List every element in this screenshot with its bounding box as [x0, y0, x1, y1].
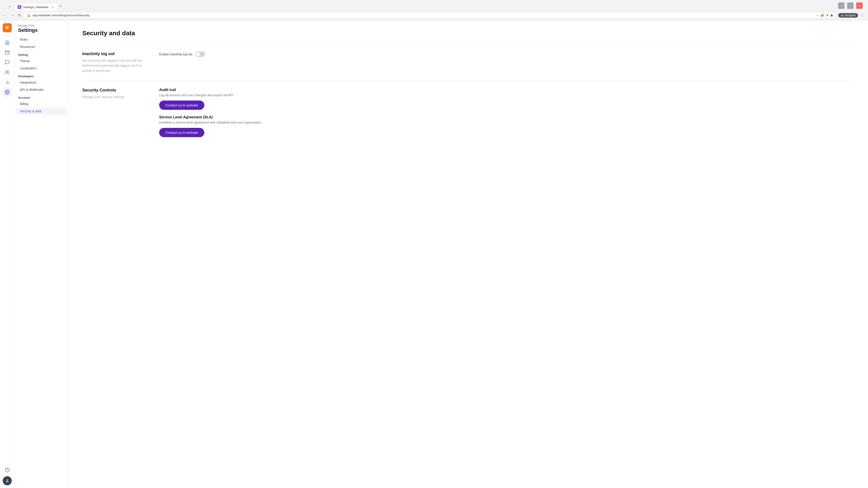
inactivity-toggle[interactable]	[195, 52, 205, 57]
svg-rect-0	[5, 51, 9, 55]
sidebar-section-developers: Developers	[14, 72, 68, 79]
sidebar-item-localization[interactable]: Localization	[16, 65, 67, 72]
browser-menu-btn[interactable]: ⋮	[860, 12, 865, 18]
audit-trail-activate-btn[interactable]: Contact us to activate	[159, 101, 204, 110]
app: M Moodjoy7434	[0, 21, 868, 488]
layout-icon[interactable]: ▣	[830, 13, 833, 17]
reload-btn[interactable]: ↻	[17, 12, 22, 18]
security-description: Security Controls Manage your security s…	[82, 88, 150, 137]
forward-btn[interactable]: →	[10, 12, 16, 18]
inactivity-toggle-label: Enable inactivity log out	[159, 53, 192, 56]
inactivity-description: Inactivity log out Set how long the logg…	[82, 52, 150, 73]
sidebar-item-security[interactable]: Security & data	[16, 107, 67, 115]
browser-chrome: ⌃ M Settings | Waitwhile ✕ + ─ □ ✕ ← → ↻…	[0, 0, 868, 21]
url-text: app.waitwhile.com/settings/account/secur…	[33, 13, 90, 17]
close-btn[interactable]: ✕	[856, 2, 863, 9]
security-desc-text: Manage your security settings.	[82, 94, 150, 99]
back-btn[interactable]: ←	[3, 12, 8, 18]
nav-users[interactable]	[3, 68, 12, 77]
sidebar-header: Moodjoy7434 Settings	[14, 24, 68, 36]
sidebar: Moodjoy7434 Settings Roles Resources Sty…	[14, 21, 69, 488]
inactivity-section: Inactivity log out Set how long the logg…	[82, 44, 855, 80]
audit-trail-card: Audit trail Log all account and user cha…	[159, 88, 855, 110]
sidebar-username: Moodjoy7434	[18, 24, 65, 27]
sla-activate-btn[interactable]: Contact us to activate	[159, 128, 204, 137]
url-bar[interactable]: 🔒 app.waitwhile.com/settings/account/sec…	[24, 12, 836, 19]
nav-chart[interactable]	[3, 78, 12, 87]
sla-card: Service Level Agreement (SLA) Establish …	[159, 115, 855, 137]
tab-close-btn[interactable]: ✕	[51, 5, 54, 9]
bookmark-icon[interactable]: ☆	[816, 13, 819, 17]
security-cards: Audit trail Log all account and user cha…	[159, 88, 855, 137]
nav-settings[interactable]	[3, 88, 12, 97]
extensions-icon[interactable]: 🧩	[820, 13, 824, 17]
tab-title: Settings | Waitwhile	[23, 5, 49, 9]
security-heading: Security Controls	[82, 88, 150, 93]
page-title: Security and data	[82, 30, 855, 37]
nav-calendar[interactable]	[3, 48, 12, 57]
new-tab-btn[interactable]: +	[58, 2, 64, 11]
nav-home[interactable]	[3, 38, 12, 47]
sidebar-item-theme[interactable]: Theme	[16, 57, 67, 65]
inactivity-heading: Inactivity log out	[82, 52, 150, 56]
url-actions: ☆ 🧩 ⬇ ▣	[816, 13, 833, 17]
toggle-slider	[195, 52, 205, 57]
address-bar: ← → ↻ 🔒 app.waitwhile.com/settings/accou…	[0, 11, 868, 20]
nav-help[interactable]	[3, 465, 12, 475]
brand-avatar[interactable]: M	[3, 23, 12, 32]
nav-chat[interactable]	[3, 58, 12, 67]
browser-titlebar: ⌃ M Settings | Waitwhile ✕ + ─ □ ✕	[0, 0, 868, 11]
user-avatar[interactable]	[3, 476, 12, 485]
svg-point-4	[6, 70, 7, 72]
inactivity-controls: Enable inactivity log out	[159, 52, 855, 73]
tab-list-btn[interactable]: ⌃	[7, 4, 12, 11]
sla-title: Service Level Agreement (SLA)	[159, 115, 855, 119]
sidebar-title: Settings	[18, 27, 65, 33]
restore-btn[interactable]: □	[847, 2, 854, 9]
tab-bar: ⌃ M Settings | Waitwhile ✕ + ─ □ ✕	[4, 2, 865, 11]
inactivity-toggle-row: Enable inactivity log out	[159, 52, 855, 57]
icon-nav-bottom	[3, 465, 12, 485]
minimize-btn[interactable]: ─	[838, 2, 844, 9]
active-tab[interactable]: M Settings | Waitwhile ✕	[14, 3, 58, 11]
security-controls-section: Security Controls Manage your security s…	[82, 80, 855, 144]
sla-desc: Establish a service-level agreement with…	[159, 121, 855, 124]
svg-point-8	[6, 92, 8, 93]
inactivity-desc-text: Set how long the logged in session will …	[82, 58, 150, 73]
main-content: Security and data Inactivity log out Set…	[69, 21, 868, 488]
icon-nav: M	[0, 21, 14, 488]
sidebar-section-account: Account	[14, 93, 68, 100]
sidebar-item-billing[interactable]: Billing	[16, 100, 67, 107]
sidebar-item-roles[interactable]: Roles	[16, 36, 67, 43]
audit-trail-title: Audit trail	[159, 88, 855, 92]
sidebar-section-styling: Styling	[14, 51, 68, 57]
audit-trail-desc: Log all account and user changes and exp…	[159, 93, 855, 97]
sidebar-item-api[interactable]: API & Webhooks	[16, 86, 67, 93]
tab-favicon: M	[18, 5, 21, 9]
svg-point-11	[6, 479, 8, 481]
sidebar-item-resources[interactable]: Resources	[16, 43, 67, 51]
incognito-badge: 🕵 Incognito	[838, 13, 858, 18]
sidebar-item-integrations[interactable]: Integrations	[16, 79, 67, 86]
download-icon[interactable]: ⬇	[826, 13, 829, 17]
